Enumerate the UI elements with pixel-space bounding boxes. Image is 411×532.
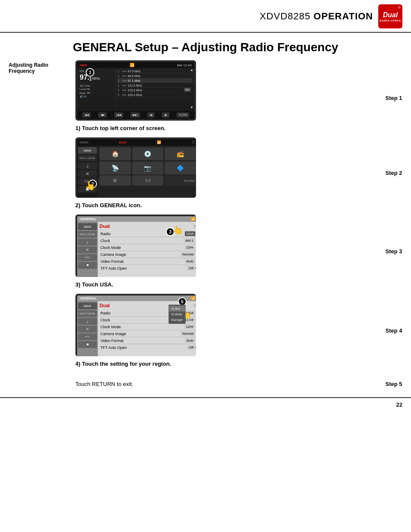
screen4-container: GENERAL 📶 MAIN MULTI-ZONE ♪ ✕ PTY [75, 294, 196, 359]
scroll-down-arrow: ▼ [194, 266, 196, 271]
tuner-freq-list: 1kya87.5 MHz 2kya88.8 MHz 3kya97.1 MHz 4… [118, 69, 193, 97]
gen-sidebar-btn: MAIN [78, 223, 97, 230]
menu-topbar: MAIN Dual 📶 ▽ [77, 139, 196, 146]
gen-sidebar-btn: PTY [78, 254, 97, 261]
settings2-row: Clock Mode 12Hr [100, 324, 196, 330]
dropdown-item-europe[interactable]: Europe [169, 317, 185, 323]
screen4-inner: GENERAL 📶 MAIN MULTI-ZONE ♪ ✕ PTY [77, 296, 196, 356]
ctrl-btn: ▶▶| [131, 112, 140, 118]
step2-label: Step 2 [381, 137, 411, 176]
ctrl-btn: ◀▶ [98, 112, 107, 118]
step4-content: GENERAL 📶 MAIN MULTI-ZONE ♪ ✕ PTY [75, 294, 381, 370]
menu-grid-area: 🏠 💿 📻 📡 📷 🔷 ⚙ [98, 146, 196, 198]
step4-label: Step 4 [381, 294, 411, 334]
list-item: 6kya105.4 MHz [118, 93, 193, 97]
dx-button: DX [184, 88, 191, 92]
menu-icon-wifi[interactable]: 📡 [100, 162, 131, 174]
adjusting-label: Adjusting Radio Frequency [9, 60, 75, 74]
tuner-body: FM ST 97.1 MHz EQ :User Loud:Off [77, 68, 194, 111]
gen2-sidebar-btn: MULTI-ZONE [78, 310, 97, 317]
step5-content: Touch RETURN to exit. [75, 380, 381, 388]
page-title: GENERAL Setup – Adjusting Radio Frequenc… [0, 33, 411, 60]
sidebar-btn: ♪ [78, 162, 97, 169]
list-item: 4kya101.6 MHz [118, 83, 193, 88]
step5-instruction: Touch RETURN to exit. [75, 381, 133, 387]
tuner-frequency: 97.1 MHz [80, 74, 113, 81]
gen2-sidebar-btn: PTY [78, 333, 97, 340]
menu-icon-bt[interactable]: 🔷 [165, 162, 196, 174]
gen-sidebar-btn: MULTI-ZONE [78, 231, 97, 238]
screen1-container: NER 📶 AM 11:04 FM ST 97.1 [75, 60, 196, 123]
menu-icon-grid: 🏠 💿 📻 📡 📷 🔷 [100, 147, 196, 174]
freq-label: FM [80, 70, 84, 73]
ctrl-btn: SCAN [177, 112, 189, 118]
header-title: XDVD8285 OPERATION ® Dual audio·video [260, 4, 402, 28]
settings-row: TFT Auto Open Off ▼ [100, 265, 196, 271]
list-item: 1kya87.5 MHz [118, 69, 193, 74]
menu-bottom-row: ⚙ 2.0 Standby [100, 175, 196, 186]
general-topbar: GENERAL 📶 [77, 216, 196, 222]
step1-label: Step 1 [381, 60, 411, 101]
settings-row: Clock AM 1 [100, 237, 196, 244]
tuner-time: AM 11:04 [177, 63, 192, 67]
dual-logo: ® Dual audio·video [378, 4, 402, 28]
page-number: 22 [396, 401, 402, 408]
tuner-header: NER 📶 AM 11:04 [77, 62, 194, 68]
scroll-down-arrow2: ▼ [194, 345, 196, 350]
menu-icon-home[interactable]: 🏠 [100, 147, 131, 160]
menu-icon-2[interactable]: 2.0 [132, 175, 164, 186]
menu-icon-disc[interactable]: 💿 [132, 147, 164, 160]
gen2-sidebar-btn: MAIN [78, 302, 97, 309]
sidebar-btn: MAIN [78, 147, 97, 154]
step1-instruction: 1) Touch top left corner of screen. [75, 125, 372, 131]
screen1-inner: NER 📶 AM 11:04 FM ST 97.1 [77, 62, 194, 119]
list-item: 3kya97.1 MHz [118, 78, 193, 83]
list-item: 2kya88.8 MHz [118, 74, 193, 78]
gen-sidebar-icon: ♪ [78, 239, 97, 246]
footer: 22 [0, 398, 411, 411]
step3-instruction: 3) Touch USA. [75, 281, 372, 288]
menu-icon-general[interactable]: ⚙ [100, 175, 131, 186]
step4-instruction: 4) Touch the setting for your region. [75, 361, 372, 367]
ctrl-btn: |▶ [162, 112, 169, 118]
tuner-left: FM ST 97.1 MHz EQ :User Loud:Off [77, 68, 116, 111]
tuner-controls: ◀◀ ◀▶ |◀◀ ▶▶| ◀| |▶ SCAN [77, 111, 194, 119]
menu-icon-standby[interactable]: Standby [165, 175, 196, 186]
ctrl-btn: |◀◀ [114, 112, 124, 118]
step-circle-1: 1 [86, 68, 94, 77]
step2-content: MAIN Dual 📶 ▽ MAIN MULTI-ZONE ♪ ✕ [75, 137, 381, 212]
settings2-row: Camera Image Normal [100, 330, 196, 337]
tuner-logo: NER [80, 63, 87, 67]
settings2-row: TFT Auto Open Off ▼ [100, 344, 196, 351]
menu-icon-camera[interactable]: 📷 [132, 162, 164, 174]
antenna-icon: 📶 [130, 63, 134, 67]
list-item: 5kya103.6 MHz [118, 88, 193, 93]
gen-sidebar-icon: 🔲 [78, 262, 97, 269]
tuner-settings: EQ :User Loud:Off Rear :Off 🔊 20 [80, 84, 113, 99]
general2-sidebar: MAIN MULTI-ZONE ♪ ✕ PTY 🔲 [77, 301, 98, 356]
general2-body: MAIN MULTI-ZONE ♪ ✕ PTY 🔲 [77, 301, 196, 356]
region-dropdown: S-Am S-Ame Europe [168, 305, 186, 324]
logo-sub: audio·video [380, 19, 401, 22]
ctrl-btn: ◀| [147, 112, 155, 118]
tuner-right: 1kya87.5 MHz 2kya88.8 MHz 3kya97.1 MHz 4… [116, 68, 194, 111]
dropdown-item-s-ame[interactable]: S-Ame [169, 311, 185, 317]
step2-row: MAIN Dual 📶 ▽ MAIN MULTI-ZONE ♪ ✕ [0, 137, 411, 212]
header: XDVD8285 OPERATION ® Dual audio·video [0, 0, 411, 33]
gen2-sidebar-icon: ♪ [78, 318, 97, 325]
step2-instruction: 2) Touch GENERAL icon. [75, 202, 372, 208]
step1-row: Adjusting Radio Frequency NER 📶 AM 11:04 [0, 60, 411, 135]
ctrl-btn: ◀◀ [82, 112, 91, 118]
finger-cursor-3: 👆 [171, 224, 184, 236]
general2-settings-area: Dual ▽ Radio USA Clock AM [98, 301, 196, 356]
step3-content: GENERAL 📶 MAIN MULTI-ZONE ♪ ✕ PTY [75, 215, 381, 291]
finger-cursor-2: 👆 [84, 180, 97, 192]
menu-icon-radio[interactable]: 📻 [165, 147, 196, 160]
operation-label: OPERATION [314, 11, 373, 22]
gen2-sidebar-icon: ✕ [78, 326, 97, 333]
step5-label: Step 5 [381, 381, 411, 387]
settings-row: Camera Image Normal [100, 251, 196, 258]
screen3-container: GENERAL 📶 MAIN MULTI-ZONE ♪ ✕ PTY [75, 215, 196, 280]
dropdown-item-s-am[interactable]: S-Am [169, 306, 185, 311]
sidebar-btn: MULTI-ZONE [78, 155, 97, 162]
